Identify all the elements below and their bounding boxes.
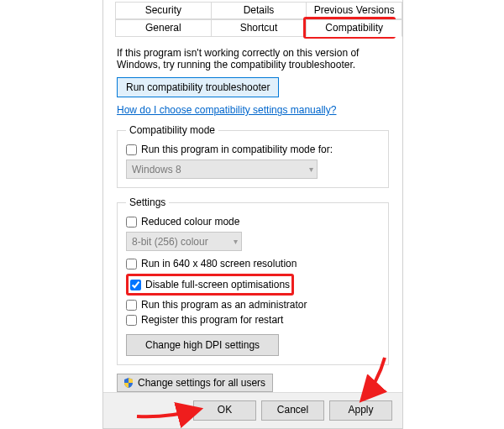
shield-icon xyxy=(123,377,134,389)
intro-text: If this program isn't working correctly … xyxy=(117,47,389,71)
checkbox-run-compat-mode-input[interactable] xyxy=(126,144,137,155)
checkbox-register-restart[interactable]: Register this program for restart xyxy=(126,314,380,327)
properties-dialog: Security Details Previous Versions Gener… xyxy=(102,0,403,429)
run-troubleshooter-button[interactable]: Run compatibility troubleshooter xyxy=(117,77,279,97)
checkbox-run-as-admin-label: Run this program as an administrator xyxy=(141,299,307,311)
dialog-body: If this program isn't working correctly … xyxy=(103,39,402,392)
checkbox-run-640x480-label: Run in 640 x 480 screen resolution xyxy=(141,258,297,270)
change-high-dpi-button[interactable]: Change high DPI settings xyxy=(126,334,279,356)
checkbox-reduced-colour[interactable]: Reduced colour mode xyxy=(126,216,380,228)
tab-compatibility[interactable]: Compatibility xyxy=(306,19,402,37)
tab-strip: Security Details Previous Versions Gener… xyxy=(103,0,402,39)
checkbox-run-compat-mode-label: Run this program in compatibility mode f… xyxy=(141,144,333,156)
checkbox-disable-fullscreen-label: Disable full-screen optimisations xyxy=(145,279,290,291)
combo-colour-depth[interactable]: 8-bit (256) colour ▾ xyxy=(126,232,242,251)
checkbox-disable-fullscreen[interactable]: Disable full-screen optimisations xyxy=(130,279,290,291)
compat-mode-legend: Compatibility mode xyxy=(126,124,218,136)
checkbox-run-640x480-input[interactable] xyxy=(126,259,137,269)
apply-button[interactable]: Apply xyxy=(329,400,392,421)
checkbox-run-as-admin[interactable]: Run this program as an administrator xyxy=(126,299,380,311)
group-compatibility-mode: Compatibility mode Run this program in c… xyxy=(117,124,389,188)
combo-colour-depth-value: 8-bit (256) colour xyxy=(132,236,208,248)
checkbox-run-640x480[interactable]: Run in 640 x 480 screen resolution xyxy=(126,258,380,270)
combo-compat-os[interactable]: Windows 8 ▾ xyxy=(126,160,318,179)
dialog-footer: OK Cancel Apply xyxy=(103,392,402,428)
chevron-down-icon: ▾ xyxy=(234,237,238,246)
tab-details[interactable]: Details xyxy=(211,2,307,19)
tab-security[interactable]: Security xyxy=(115,2,212,19)
combo-compat-os-value: Windows 8 xyxy=(132,164,181,175)
checkbox-register-restart-label: Register this program for restart xyxy=(141,314,283,327)
cancel-button[interactable]: Cancel xyxy=(261,400,324,421)
checkbox-register-restart-input[interactable] xyxy=(126,315,137,326)
checkbox-disable-fullscreen-input[interactable] xyxy=(130,280,141,290)
settings-legend: Settings xyxy=(126,196,169,208)
tab-shortcut[interactable]: Shortcut xyxy=(211,19,307,37)
change-settings-all-users-button[interactable]: Change settings for all users xyxy=(117,374,273,392)
checkbox-reduced-colour-input[interactable] xyxy=(126,217,137,228)
tab-previous-versions[interactable]: Previous Versions xyxy=(306,2,402,19)
ok-button[interactable]: OK xyxy=(193,400,256,421)
checkbox-run-as-admin-input[interactable] xyxy=(126,300,137,311)
change-settings-all-users-label: Change settings for all users xyxy=(138,377,265,389)
chevron-down-icon: ▾ xyxy=(309,165,313,174)
highlight-disable-fullscreen: Disable full-screen optimisations xyxy=(126,274,294,296)
group-settings: Settings Reduced colour mode 8-bit (256)… xyxy=(117,196,389,365)
checkbox-run-compat-mode[interactable]: Run this program in compatibility mode f… xyxy=(126,144,380,156)
help-link[interactable]: How do I choose compatibility settings m… xyxy=(117,104,336,116)
checkbox-reduced-colour-label: Reduced colour mode xyxy=(141,216,239,228)
tab-general[interactable]: General xyxy=(115,19,212,37)
